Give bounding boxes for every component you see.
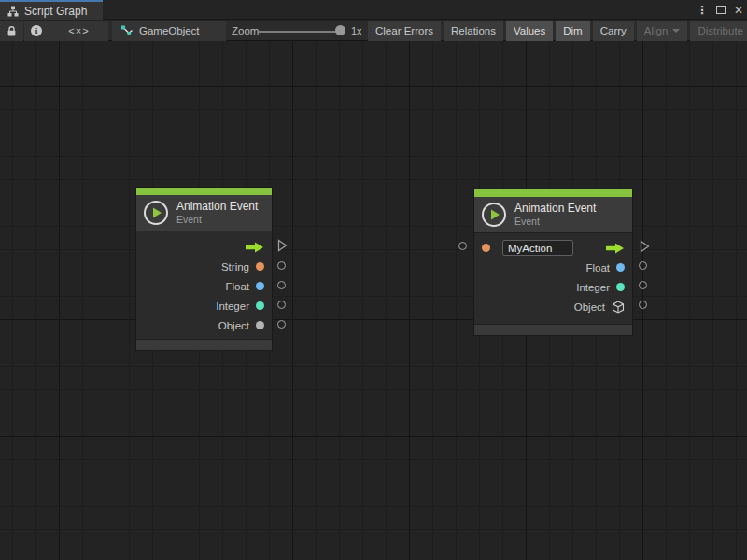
info-icon: i: [31, 25, 42, 36]
node-subtitle: Event: [514, 216, 596, 228]
name-input-port[interactable]: [458, 242, 467, 250]
output-row-float: Float: [474, 258, 632, 277]
distribute-dropdown[interactable]: Distribute: [690, 21, 747, 41]
float-type-dot: [616, 263, 625, 272]
output-row-string: String: [136, 257, 272, 276]
node-title: Animation Event: [514, 202, 596, 216]
values-button[interactable]: Values: [506, 21, 553, 41]
code-preview-button[interactable]: <×>: [49, 21, 108, 41]
info-button[interactable]: i: [24, 21, 49, 41]
cube-icon: [612, 301, 625, 314]
node-subtitle: Event: [176, 214, 258, 226]
float-output-port[interactable]: [277, 281, 286, 289]
node-header: Animation Event Event: [136, 195, 272, 231]
string-type-dot: [256, 262, 264, 271]
graph-icon: [7, 6, 19, 17]
play-icon: [482, 203, 506, 227]
zoom-slider-handle[interactable]: [335, 25, 345, 35]
object-output-port[interactable]: [277, 320, 286, 329]
output-row-object: Object: [474, 297, 632, 316]
name-input-row: [474, 238, 632, 258]
string-output-port[interactable]: [277, 261, 286, 270]
node-title: Animation Event: [176, 200, 258, 214]
node-color-bar: [474, 189, 632, 197]
exec-arrow-icon: [246, 242, 264, 253]
node-color-bar: [136, 188, 272, 195]
dim-button[interactable]: Dim: [556, 21, 589, 41]
script-graph-window: Script Graph ⋮ ✕ i <×>: [0, 0, 747, 560]
exec-output-row: [136, 237, 272, 257]
node-body: String Float Integer Object: [136, 231, 272, 339]
graph-canvas[interactable]: Animation Event Event String: [0, 41, 747, 560]
gameobject-label: GameObject: [139, 25, 200, 36]
float-type-dot: [256, 282, 264, 290]
clear-errors-button[interactable]: Clear Errors: [368, 21, 441, 41]
tab-script-graph[interactable]: Script Graph: [0, 0, 103, 20]
exec-output-port[interactable]: [639, 240, 650, 253]
output-row-float: Float: [136, 276, 272, 296]
integer-type-dot: [256, 301, 264, 310]
menu-icon[interactable]: ⋮: [697, 4, 708, 17]
string-type-dot: [482, 244, 490, 252]
object-output-port[interactable]: [639, 301, 647, 309]
integer-type-dot: [616, 283, 625, 291]
play-icon: [144, 201, 168, 225]
exec-output-port[interactable]: [276, 239, 288, 252]
zoom-value: 1x: [351, 21, 362, 41]
tab-title: Script Graph: [24, 5, 87, 18]
relations-button[interactable]: Relations: [444, 21, 503, 41]
zoom-label: Zoom: [232, 21, 259, 41]
integer-output-port[interactable]: [277, 301, 286, 309]
animation-event-node-2[interactable]: Animation Event Event Float: [473, 189, 633, 336]
output-row-object: Object: [136, 315, 272, 335]
toolbar-buttons: Clear Errors Relations Values Dim Carry …: [368, 21, 747, 41]
object-type-dot: [256, 321, 264, 329]
chevron-down-icon: [672, 29, 680, 33]
graph-toolbar: i <×> GameObject Zoom 1x Clear Errors Re…: [0, 21, 747, 41]
node-header: Animation Event Event: [474, 197, 632, 232]
output-row-integer: Integer: [136, 296, 272, 315]
float-output-port[interactable]: [639, 261, 647, 270]
gameobject-graph-icon: [120, 25, 134, 37]
close-icon[interactable]: ✕: [734, 4, 743, 17]
carry-button[interactable]: Carry: [593, 21, 634, 41]
action-name-field[interactable]: [502, 240, 573, 256]
gameobject-target-button[interactable]: GameObject: [112, 21, 226, 41]
lock-icon: [6, 25, 18, 37]
maximize-icon[interactable]: [716, 6, 726, 14]
code-brackets-icon: <×>: [68, 25, 89, 36]
node-footer: [474, 324, 632, 335]
zoom-slider[interactable]: [259, 31, 344, 33]
output-row-integer: Integer: [474, 277, 632, 297]
integer-output-port[interactable]: [639, 281, 647, 289]
node-footer: [136, 339, 272, 350]
exec-arrow-icon: [606, 243, 625, 254]
node-body: Float Integer Object: [474, 232, 632, 324]
lock-button[interactable]: [0, 21, 23, 41]
animation-event-node-1[interactable]: Animation Event Event String: [135, 187, 273, 351]
align-dropdown[interactable]: Align: [637, 21, 688, 41]
tab-bar: Script Graph ⋮ ✕: [0, 0, 747, 20]
